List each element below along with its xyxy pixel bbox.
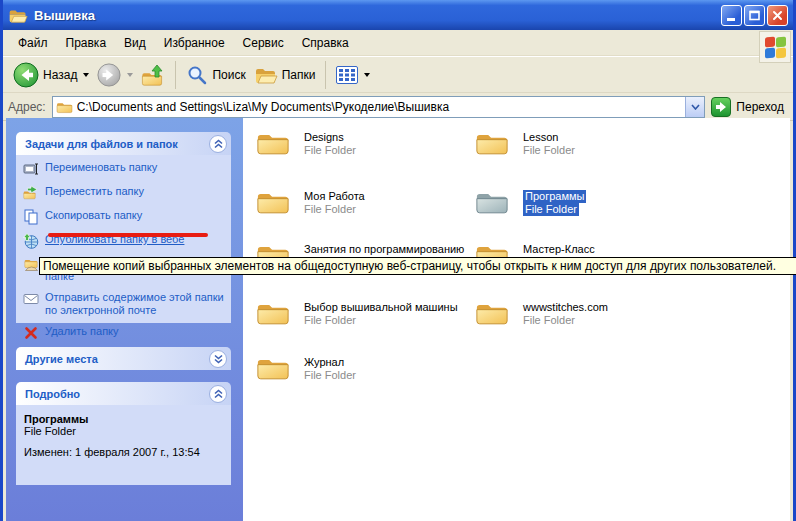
folder-name: Занятия по программированию [304,243,464,256]
details-body: Программы File Folder Изменен: 1 февраля… [16,405,231,485]
main-area: Задачи для файлов и папок Переименовать … [6,118,790,521]
folders-button[interactable]: Папки [250,63,320,87]
forward-icon [97,63,121,87]
menu-edit[interactable]: Правка [57,32,116,54]
title-bar: Вышивка [3,0,793,30]
chevron-double-down-icon [213,354,224,364]
task-email-folder-contents[interactable]: Отправить содержимое этой папки по элект… [23,291,227,317]
back-button[interactable]: Назад [9,60,93,90]
views-dropdown-icon[interactable] [364,73,370,77]
folder-name: Designs [304,131,344,144]
close-button[interactable] [767,5,788,26]
file-folder-tasks-panel: Задачи для файлов и папок Переименовать … [16,132,231,323]
folder-tile[interactable]: LessonFile Folder [475,128,690,157]
folders-label: Папки [282,68,316,82]
menu-favorites[interactable]: Избранное [155,32,234,54]
address-folder-icon [56,100,73,114]
folder-name: Lesson [523,131,558,144]
folders-icon [254,65,278,85]
back-icon [13,62,39,88]
standard-buttons-toolbar: Назад Поиск Папки [3,56,793,93]
tooltip: Помещение копий выбранных элементов на о… [39,257,796,275]
folder-type: File Folder [523,203,579,216]
share-folder-icon [23,257,39,273]
forward-dropdown-icon [127,73,133,77]
up-button[interactable] [137,62,169,88]
details-title: Подробно [25,388,80,400]
collapse-button[interactable] [209,135,227,153]
folder-icon [256,353,290,382]
rename-icon [23,161,39,177]
chevron-down-icon [691,104,700,110]
task-pane: Задачи для файлов и папок Переименовать … [6,118,243,521]
folder-name: Выбор вышивальной машины [304,301,458,314]
folder-icon [475,298,509,327]
folder-name: Моя Работа [304,190,365,203]
other-places-panel: Другие места [16,347,231,370]
folder-tile[interactable]: ЖурналFile Folder [256,353,471,382]
folder-name: Мастер-Класс [523,243,595,256]
details-item-name: Программы [24,413,225,425]
window-folder-icon [8,7,28,24]
task-delete-folder[interactable]: Удалить папку [23,325,227,341]
folder-view: DesignsFile Folder LessonFile Folder Моя… [243,118,790,521]
details-header[interactable]: Подробно [16,382,231,405]
folder-icon [256,128,290,157]
folder-icon [256,298,290,327]
publish-web-icon [23,233,39,249]
minimize-button[interactable] [721,5,742,26]
address-path: C:\Documents and Settings\Liza\My Docume… [77,100,686,114]
window-title: Вышивка [34,8,95,23]
file-folder-tasks-body: Переименовать папку Переместить папку [16,155,231,323]
go-arrow-icon [711,97,731,117]
file-folder-tasks-header[interactable]: Задачи для файлов и папок [16,132,231,155]
menu-view[interactable]: Вид [115,32,155,54]
address-label: Адрес: [8,100,46,114]
folder-tile[interactable]: wwwstitches.comFile Folder [475,298,690,327]
back-label: Назад [43,68,77,82]
folder-tile-selected[interactable]: ПрограммыFile Folder [475,187,690,216]
maximize-button[interactable] [744,5,765,26]
folder-tile[interactable]: DesignsFile Folder [256,128,471,157]
maximize-icon [748,9,761,22]
views-icon [336,66,358,84]
email-icon [23,291,39,307]
folder-selected-icon [475,187,509,216]
details-item-modified: Изменен: 1 февраля 2007 г., 13:54 [24,446,225,458]
go-button[interactable]: Переход [711,97,788,117]
folder-icon [256,187,290,216]
close-icon [771,9,784,22]
menu-bar: Файл Правка Вид Избранное Сервис Справка [3,30,793,56]
forward-button[interactable] [93,61,137,89]
move-icon [23,185,39,201]
task-move-folder[interactable]: Переместить папку [23,185,227,201]
views-button[interactable] [332,64,374,86]
task-copy-folder[interactable]: Скопировать папку [23,209,227,225]
menu-help[interactable]: Справка [293,32,358,54]
search-button[interactable]: Поиск [182,62,249,88]
expand-button[interactable] [209,350,227,368]
search-icon [186,64,208,86]
collapse-button[interactable] [209,385,227,403]
menu-file[interactable]: Файл [9,32,57,54]
address-input[interactable]: C:\Documents and Settings\Liza\My Docume… [52,96,706,118]
folder-tile[interactable]: Выбор вышивальной машиныFile Folder [256,298,471,327]
folder-name: Программы [523,190,586,203]
details-panel: Подробно Программы File Folder Изменен: … [16,382,231,485]
folder-name: Журнал [304,356,344,369]
address-bar: Адрес: C:\Documents and Settings\Liza\My… [3,93,793,121]
minimize-icon [725,9,738,22]
other-places-header[interactable]: Другие места [16,347,231,370]
folder-type: File Folder [304,369,356,382]
menu-tools[interactable]: Сервис [234,32,293,54]
other-places-title: Другие места [25,353,98,365]
folder-tile[interactable]: Моя РаботаFile Folder [256,187,471,216]
red-underline-annotation [48,233,208,237]
copy-icon [23,209,39,225]
address-dropdown-button[interactable] [685,97,704,117]
back-dropdown-icon[interactable] [83,73,89,77]
folder-type: File Folder [304,314,356,327]
go-label: Переход [736,100,784,114]
folder-name: wwwstitches.com [523,301,608,314]
task-rename-folder[interactable]: Переименовать папку [23,161,227,177]
